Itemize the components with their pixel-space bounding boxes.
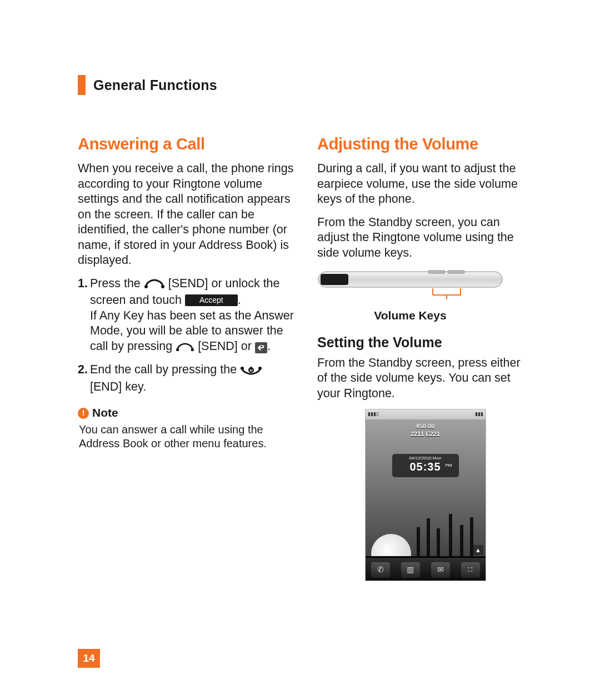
- step-1: 1. Press the [SEND] or unlock the screen…: [78, 276, 294, 356]
- page-number: 14: [78, 649, 100, 668]
- volume-p2: From the Standby screen, you can adjust …: [317, 215, 533, 261]
- volume-p3: From the Standby screen, press either of…: [317, 356, 533, 402]
- svg-rect-10: [428, 271, 445, 273]
- step-1-text-c: .: [238, 293, 241, 307]
- right-column: Adjusting the Volume During a call, if y…: [317, 134, 533, 581]
- step-1-number: 1.: [78, 276, 88, 292]
- phone-status-bar: ▮▮▮▯ ▮▮▮: [366, 409, 486, 419]
- arrow-up-icon: ▲: [473, 545, 483, 555]
- giraffe-silhouette: [449, 514, 452, 558]
- chapter-header: General Functions: [78, 75, 533, 95]
- phone-standby-screenshot: ▮▮▮▯ ▮▮▮ 450-00 2211 E221 04/12/2010 Mon…: [365, 409, 486, 581]
- answering-intro: When you receive a call, the phone rings…: [78, 161, 294, 268]
- giraffe-silhouette: [417, 527, 420, 558]
- dock-menu-icon: ∷: [461, 562, 480, 578]
- end-key-icon: [240, 364, 262, 379]
- note-text: You can answer a call while using the Ad…: [78, 423, 294, 451]
- section-heading-answering: Answering a Call: [78, 134, 294, 154]
- svg-point-1: [161, 285, 164, 288]
- svg-point-2: [176, 348, 179, 351]
- phone-carrier-text: 450-00 2211 E221: [366, 423, 486, 438]
- section-heading-volume: Adjusting the Volume: [317, 134, 533, 154]
- note-label: Note: [92, 406, 118, 421]
- svg-point-3: [191, 348, 194, 351]
- giraffe-silhouette: [470, 517, 473, 558]
- giraffe-silhouette: [437, 528, 440, 558]
- svg-point-0: [144, 285, 148, 288]
- signal-icon: ▮▮▮▯: [368, 411, 379, 418]
- phone-dock: ✆ ▥ ✉ ∷: [366, 558, 486, 581]
- send-key-icon: [176, 341, 194, 356]
- step-1-text-f: .: [267, 339, 271, 353]
- svg-point-4: [241, 367, 244, 370]
- phone-ampm: PM: [446, 463, 452, 468]
- dock-contacts-icon: ▥: [401, 562, 420, 578]
- step-1-text-e: [SEND] or: [198, 339, 255, 353]
- step-2: 2. End the call by pressing the [END] ke…: [78, 362, 294, 394]
- phone-clock-widget: 04/12/2010 Mon 05:35 PM: [392, 454, 459, 477]
- left-column: Answering a Call When you receive a call…: [78, 134, 294, 581]
- step-1-text-a: Press the: [90, 277, 144, 290]
- volume-keys-label: Volume Keys: [317, 308, 503, 323]
- step-2-text-b: [END] key.: [90, 380, 146, 393]
- phone-date: 04/12/2010 Mon: [392, 454, 459, 461]
- carrier-line-2: 2211 E221: [366, 431, 486, 438]
- dock-message-icon: ✉: [431, 562, 450, 578]
- phone-side-illustration: [317, 268, 503, 305]
- step-2-text-a: End the call by pressing the: [90, 363, 240, 376]
- chapter-title: General Functions: [93, 77, 217, 93]
- accent-bar: [78, 75, 86, 95]
- note-block: ! Note You can answer a call while using…: [78, 406, 294, 451]
- send-key-icon: [144, 278, 165, 293]
- svg-rect-9: [321, 274, 348, 285]
- giraffe-silhouette: [427, 518, 430, 558]
- svg-rect-11: [448, 271, 464, 273]
- carrier-line-1: 450-00: [366, 423, 486, 431]
- svg-point-5: [258, 367, 262, 370]
- back-key-icon: [255, 342, 267, 353]
- step-2-number: 2.: [78, 362, 88, 378]
- wallpaper-silhouette: [366, 508, 486, 558]
- subsection-heading-setting-volume: Setting the Volume: [317, 333, 533, 351]
- dock-phone-icon: ✆: [371, 562, 390, 578]
- note-icon: !: [78, 408, 89, 419]
- volume-p1: During a call, if you want to adjust the…: [317, 161, 533, 207]
- giraffe-silhouette: [460, 525, 463, 558]
- sun-icon: [371, 534, 411, 558]
- accept-button-graphic: Accept: [185, 294, 238, 306]
- battery-icon: ▮▮▮: [475, 411, 483, 418]
